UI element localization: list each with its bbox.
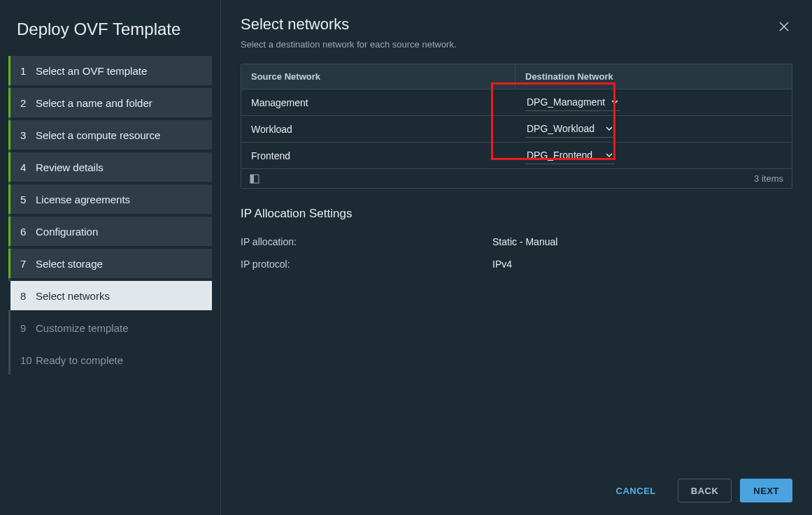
network-table-header: Source Network Destination Network bbox=[241, 64, 792, 89]
wizard-title: Deploy OVF Template bbox=[8, 17, 212, 53]
step-label: Configuration bbox=[36, 226, 98, 238]
back-button[interactable]: BACK bbox=[678, 479, 732, 502]
source-network-cell: Management bbox=[241, 93, 515, 113]
step-label: Select a name and folder bbox=[36, 97, 152, 109]
step-label: Select networks bbox=[36, 290, 110, 302]
step-number: 10 bbox=[20, 354, 36, 366]
wizard-step-9: 9Customize template bbox=[8, 313, 212, 342]
svg-rect-1 bbox=[250, 175, 254, 183]
step-number: 1 bbox=[20, 65, 36, 77]
network-table: Source Network Destination Network Manag… bbox=[241, 64, 792, 189]
step-label: Ready to complete bbox=[36, 354, 123, 366]
destination-network-select[interactable]: DPG_Frontend bbox=[525, 147, 615, 164]
page-subtitle: Select a destination network for each so… bbox=[241, 39, 457, 50]
deploy-ovf-modal: Deploy OVF Template 1Select an OVF templ… bbox=[0, 0, 812, 515]
wizard-step-4[interactable]: 4Review details bbox=[8, 152, 212, 182]
cancel-button[interactable]: CANCEL bbox=[603, 479, 669, 502]
wizard-step-1[interactable]: 1Select an OVF template bbox=[8, 56, 212, 85]
ip-allocation-label: IP allocation: bbox=[241, 236, 492, 247]
wizard-main: Select networks Select a destination net… bbox=[221, 0, 812, 515]
chevron-down-icon bbox=[611, 98, 619, 106]
step-number: 9 bbox=[20, 322, 36, 334]
source-network-cell: Frontend bbox=[241, 146, 515, 166]
step-label: Select a compute resource bbox=[36, 129, 160, 141]
ip-allocation-value: Static - Manual bbox=[492, 236, 792, 247]
wizard-step-6[interactable]: 6Configuration bbox=[8, 217, 212, 246]
destination-network-select[interactable]: DPG_Managment bbox=[525, 94, 620, 111]
step-number: 7 bbox=[20, 258, 36, 270]
step-label: Review details bbox=[36, 161, 104, 173]
header-destination-network: Destination Network bbox=[515, 64, 792, 89]
step-number: 2 bbox=[20, 97, 36, 109]
ip-allocation-label: IP protocol: bbox=[241, 259, 492, 270]
next-button[interactable]: NEXT bbox=[740, 479, 792, 502]
step-label: License agreements bbox=[36, 194, 130, 205]
row-count-label: 3 items bbox=[754, 173, 783, 184]
source-network-cell: Workload bbox=[241, 119, 515, 139]
destination-network-cell: DPG_Workload bbox=[515, 116, 792, 142]
network-table-footer: 3 items bbox=[241, 169, 792, 188]
wizard-step-8[interactable]: 8Select networks bbox=[8, 281, 212, 310]
chevron-down-icon bbox=[605, 151, 613, 159]
close-button[interactable] bbox=[776, 18, 792, 35]
wizard-step-2[interactable]: 2Select a name and folder bbox=[8, 88, 212, 117]
destination-network-value: DPG_Frontend bbox=[527, 150, 592, 161]
step-number: 6 bbox=[20, 226, 36, 238]
header-source-network: Source Network bbox=[241, 64, 515, 89]
chevron-down-icon bbox=[605, 124, 613, 133]
destination-network-cell: DPG_Frontend bbox=[515, 143, 792, 168]
wizard-sidebar: Deploy OVF Template 1Select an OVF templ… bbox=[0, 0, 221, 515]
ip-allocation-row: IP allocation:Static - Manual bbox=[241, 231, 792, 253]
step-number: 3 bbox=[20, 129, 36, 141]
step-label: Select storage bbox=[36, 258, 103, 270]
ip-allocation-rows: IP allocation:Static - ManualIP protocol… bbox=[241, 231, 792, 275]
step-label: Select an OVF template bbox=[36, 65, 147, 77]
wizard-step-7[interactable]: 7Select storage bbox=[8, 249, 212, 278]
step-number: 8 bbox=[20, 290, 36, 302]
column-toggle-icon[interactable] bbox=[250, 174, 259, 184]
network-row: WorkloadDPG_Workload bbox=[241, 116, 792, 143]
network-row: FrontendDPG_Frontend bbox=[241, 143, 792, 169]
wizard-step-5[interactable]: 5License agreements bbox=[8, 184, 212, 214]
ip-allocation-value: IPv4 bbox=[492, 259, 792, 270]
destination-network-cell: DPG_Managment bbox=[515, 89, 792, 115]
step-number: 4 bbox=[20, 161, 36, 173]
destination-network-value: DPG_Managment bbox=[527, 96, 605, 108]
destination-network-value: DPG_Workload bbox=[527, 123, 594, 134]
network-row: ManagementDPG_Managment bbox=[241, 89, 792, 116]
wizard-footer: CANCEL BACK NEXT bbox=[241, 466, 792, 502]
page-title: Select networks bbox=[241, 15, 457, 34]
wizard-steps: 1Select an OVF template2Select a name an… bbox=[8, 56, 212, 375]
step-number: 5 bbox=[20, 194, 36, 205]
step-label: Customize template bbox=[36, 322, 129, 334]
wizard-step-3[interactable]: 3Select a compute resource bbox=[8, 120, 212, 150]
ip-allocation-row: IP protocol:IPv4 bbox=[241, 253, 792, 275]
wizard-step-10: 10Ready to complete bbox=[8, 345, 212, 375]
destination-network-select[interactable]: DPG_Workload bbox=[525, 120, 615, 138]
close-icon bbox=[778, 21, 790, 32]
ip-allocation-section-title: IP Allocation Settings bbox=[241, 207, 792, 221]
page-header: Select networks Select a destination net… bbox=[241, 15, 792, 64]
